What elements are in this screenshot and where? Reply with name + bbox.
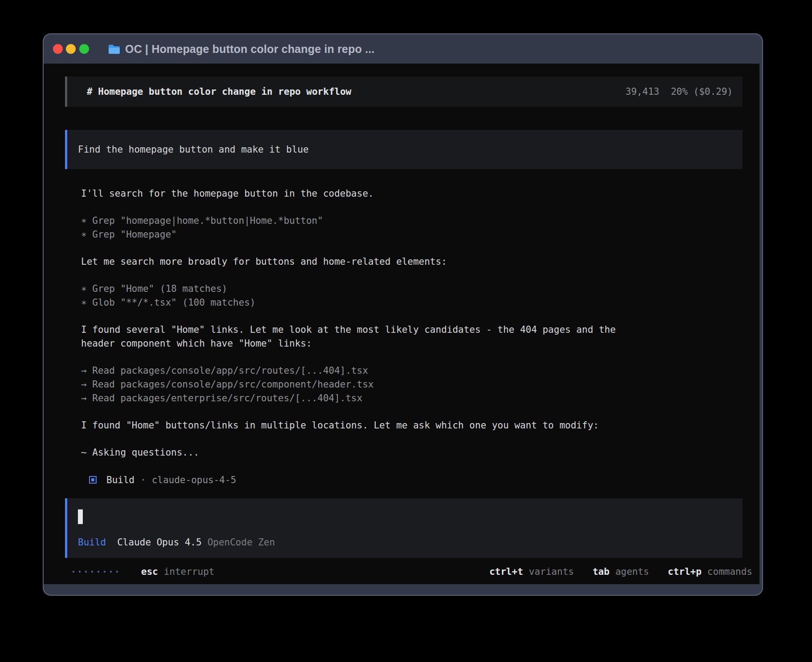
input-model-label: Claude Opus 4.5 bbox=[117, 537, 202, 548]
spinner-dot bbox=[73, 571, 74, 573]
agent-square-icon bbox=[89, 476, 97, 484]
model-name: claude-opus-4-5 bbox=[152, 475, 236, 485]
tool-call-line: → Read packages/console/app/src/componen… bbox=[81, 378, 633, 392]
zoom-button[interactable] bbox=[79, 44, 89, 54]
context-usage: 20% ($0.29) bbox=[671, 86, 733, 97]
hint-label: variants bbox=[529, 566, 574, 577]
user-message: Find the homepage button and make it blu… bbox=[65, 130, 743, 169]
statusbar-left: escinterrupt bbox=[73, 566, 215, 577]
input-agent-label: Build bbox=[78, 537, 106, 548]
assistant-text-block: I found several "Home" links. Let me loo… bbox=[81, 323, 633, 351]
terminal-window: OC | Homepage button color change in rep… bbox=[43, 33, 763, 596]
hint-label: agents bbox=[615, 566, 649, 577]
keyboard-hint: ctrl+pcommands bbox=[668, 566, 752, 577]
session-title: # Homepage button color change in repo w… bbox=[87, 86, 351, 97]
hint-key: esc bbox=[141, 566, 158, 577]
session-header: # Homepage button color change in repo w… bbox=[65, 77, 743, 107]
tool-call-line: → Read packages/enterprise/src/routes/[.… bbox=[81, 392, 633, 405]
terminal-content: # Homepage button color change in repo w… bbox=[44, 64, 759, 584]
hint-key: tab bbox=[593, 566, 609, 577]
agent-name: Build bbox=[106, 475, 134, 485]
tool-call-line: → Read packages/console/app/src/routes/[… bbox=[81, 364, 633, 378]
close-button[interactable] bbox=[53, 44, 63, 54]
right-hints: ctrl+tvariantstabagentsctrl+pcommands bbox=[489, 566, 752, 577]
hint-label: interrupt bbox=[164, 566, 215, 577]
tool-call-line: ∗ Glob "**/*.tsx" (100 matches) bbox=[81, 296, 633, 310]
tool-call-line: ∗ Grep "homepage|home.*button|Home.*butt… bbox=[81, 214, 633, 228]
titlebar[interactable]: OC | Homepage button color change in rep… bbox=[44, 34, 762, 64]
desktop: OC | Homepage button color change in rep… bbox=[0, 0, 812, 662]
assistant-text-block: ~ Asking questions... bbox=[81, 446, 633, 460]
spinner-dot bbox=[79, 571, 81, 573]
hint-key: ctrl+t bbox=[489, 566, 523, 577]
window-bottom-edge bbox=[44, 584, 762, 595]
agent-status-line: Build · claude-opus-4-5 bbox=[89, 473, 759, 487]
tool-call-line: ∗ Grep "Homepage" bbox=[81, 228, 633, 242]
user-message-text: Find the homepage button and make it blu… bbox=[78, 144, 309, 155]
assistant-text-line: I found several "Home" links. Let me loo… bbox=[81, 323, 633, 351]
input-meta-row: Build Claude Opus 4.5 OpenCode Zen bbox=[78, 537, 733, 548]
spinner-dot bbox=[116, 571, 118, 573]
tool-call-line: ∗ Grep "Home" (18 matches) bbox=[81, 282, 633, 296]
spinner-dot bbox=[104, 571, 106, 573]
hint-key: ctrl+p bbox=[668, 566, 702, 577]
token-count: 39,413 bbox=[625, 86, 659, 97]
spinner-dots bbox=[73, 571, 118, 573]
minimize-button[interactable] bbox=[66, 44, 76, 54]
tool-call-block: ∗ Grep "Home" (18 matches)∗ Glob "**/*.t… bbox=[81, 282, 633, 310]
keyboard-hint: ctrl+tvariants bbox=[489, 566, 574, 577]
spinner-dot bbox=[110, 571, 112, 573]
keyboard-hint: escinterrupt bbox=[141, 566, 215, 577]
assistant-text-block: Let me search more broadly for buttons a… bbox=[81, 255, 633, 269]
assistant-text-line: ~ Asking questions... bbox=[81, 446, 633, 460]
separator-dot: · bbox=[140, 475, 146, 485]
left-hints: escinterrupt bbox=[141, 566, 215, 577]
statusbar: escinterrupt ctrl+tvariantstabagentsctrl… bbox=[44, 566, 759, 577]
tool-call-block: → Read packages/console/app/src/routes/[… bbox=[81, 364, 633, 405]
assistant-text-line: Let me search more broadly for buttons a… bbox=[81, 255, 633, 269]
prompt-input[interactable]: Build Claude Opus 4.5 OpenCode Zen bbox=[65, 498, 743, 558]
spinner-dot bbox=[91, 571, 93, 573]
session-stats: 39,413 20% ($0.29) bbox=[625, 86, 733, 97]
text-cursor bbox=[78, 509, 83, 524]
hint-label: commands bbox=[707, 566, 752, 577]
folder-icon bbox=[108, 44, 120, 54]
spinner-dot bbox=[85, 571, 87, 573]
assistant-text-block: I found "Home" buttons/links in multiple… bbox=[81, 419, 633, 432]
keyboard-hint: tabagents bbox=[593, 566, 649, 577]
input-provider-label: OpenCode Zen bbox=[207, 537, 275, 548]
tool-call-block: ∗ Grep "homepage|home.*button|Home.*butt… bbox=[81, 214, 633, 242]
spinner-dot bbox=[97, 571, 99, 573]
assistant-text-line: I found "Home" buttons/links in multiple… bbox=[81, 419, 633, 432]
assistant-text-line: I'll search for the homepage button in t… bbox=[81, 187, 633, 201]
window-title: OC | Homepage button color change in rep… bbox=[125, 43, 374, 56]
assistant-text-block: I'll search for the homepage button in t… bbox=[81, 187, 633, 201]
assistant-transcript: I'll search for the homepage button in t… bbox=[81, 187, 633, 460]
